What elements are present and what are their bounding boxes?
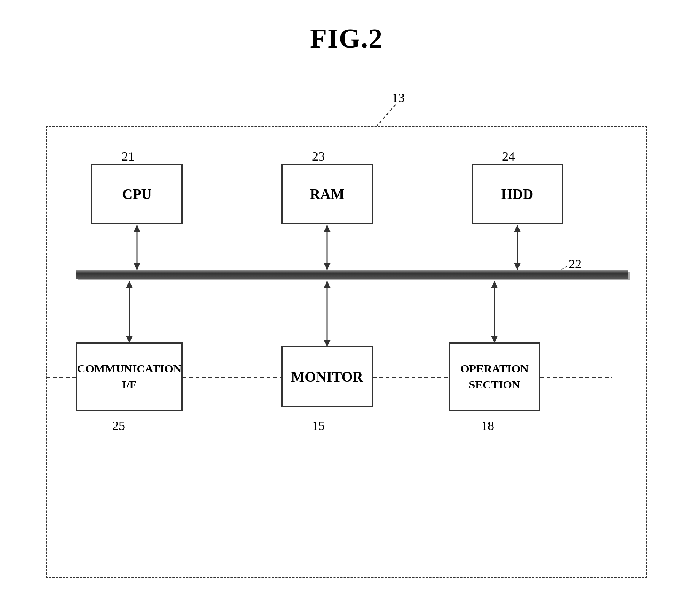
cpu-box: CPU xyxy=(91,164,183,224)
svg-line-0 xyxy=(377,105,396,126)
hdd-ref: 24 xyxy=(502,149,515,164)
comm-ref: 25 xyxy=(112,419,125,433)
ref-22-label: 22 xyxy=(569,257,582,271)
bus-bar xyxy=(76,270,628,279)
hdd-box: HDD xyxy=(472,164,563,224)
opsec-ref: 18 xyxy=(481,419,494,433)
ref-13-label: 13 xyxy=(392,91,405,105)
cpu-ref: 21 xyxy=(122,149,135,164)
ram-ref: 23 xyxy=(312,149,325,164)
ram-box: RAM xyxy=(281,164,373,224)
opsec-box: OPERATION SECTION xyxy=(449,342,540,411)
monitor-ref: 15 xyxy=(312,419,325,433)
page-title: FIG.2 xyxy=(0,0,693,54)
monitor-box: MONITOR xyxy=(281,346,373,407)
comm-box: COMMUNICATION I/F xyxy=(76,342,183,411)
diagram-wrapper: 13 xyxy=(46,84,647,578)
